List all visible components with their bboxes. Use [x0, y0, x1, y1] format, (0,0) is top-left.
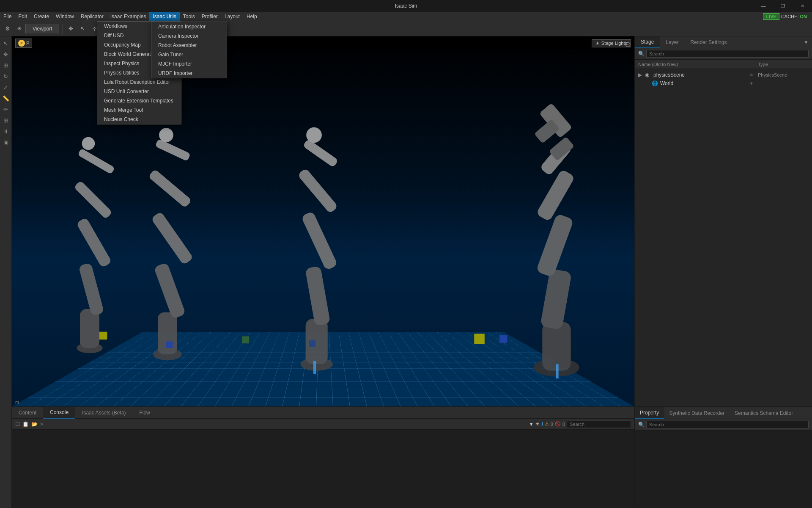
console-filters: ▼ ★ ℹ ⚠ 0 🚫 0: [529, 420, 631, 428]
menu-item-mesh-merge[interactable]: Mesh Merge Tool: [97, 105, 181, 115]
submenu-mjcf-importer[interactable]: MJCF Importer: [151, 59, 227, 69]
close-button[interactable]: ✕: [793, 0, 812, 12]
menu-isaac-examples[interactable]: Isaac Examples: [107, 12, 150, 21]
warn-icon[interactable]: ⚠: [545, 421, 549, 427]
sidebar-snap[interactable]: ⊞: [1, 60, 11, 70]
sidebar-rotate[interactable]: ↻: [1, 71, 11, 81]
menu-layout[interactable]: Layout: [221, 12, 243, 21]
menu-isaac-utils[interactable]: Isaac Utils: [149, 12, 179, 21]
sidebar-measure[interactable]: 📏: [1, 93, 11, 103]
restore-button[interactable]: ❐: [773, 0, 793, 12]
submenu-camera-inspector[interactable]: Camera Inspector: [151, 31, 227, 41]
svg-rect-4: [74, 180, 112, 219]
tab-layer[interactable]: Layer: [660, 36, 684, 48]
svg-rect-24: [540, 268, 572, 330]
console-open-icon[interactable]: 📂: [31, 421, 38, 427]
tab-stage[interactable]: Stage: [635, 36, 660, 48]
menu-profiler[interactable]: Profiler: [198, 12, 221, 21]
prop-search-icon: 🔍: [638, 422, 645, 428]
expand-icon: ▶: [638, 72, 645, 78]
tab-content[interactable]: Content: [12, 407, 43, 419]
menu-item-nucleus-check[interactable]: Nucleus Check: [97, 115, 181, 124]
sidebar-pause[interactable]: ⏸: [1, 126, 11, 136]
tab-flow[interactable]: Flow: [132, 407, 156, 419]
select-icon[interactable]: ↖: [77, 23, 88, 35]
submenu-robot-assembler[interactable]: Robot Assembler: [151, 41, 227, 50]
sidebar-layers[interactable]: ▣: [1, 137, 11, 147]
tab-render-settings[interactable]: Render Settings: [684, 36, 732, 48]
stage-panel: Stage Layer Render Settings ▼ 🔍 Name (Ol…: [635, 36, 812, 406]
menu-item-generate-templates[interactable]: Generate Extension Templates: [97, 96, 181, 105]
stage-tabs: Stage Layer Render Settings ▼: [635, 36, 812, 48]
tab-console[interactable]: Console: [43, 407, 75, 419]
minimize-button[interactable]: —: [754, 0, 773, 12]
tab-isaac-assets[interactable]: Isaac Assets (Beta): [75, 407, 132, 419]
menubar: File Edit Create Window Replicator Isaac…: [0, 12, 812, 21]
visibility-icon-2[interactable]: 👁: [749, 81, 758, 86]
stage-item-world[interactable]: 🌐 World 👁: [635, 79, 812, 88]
svg-rect-8: [158, 312, 177, 355]
toolbar-separator: [63, 24, 63, 34]
submenu-articulation-inspector[interactable]: Articulation Inspector: [151, 22, 227, 31]
stage-filter-icon[interactable]: ▼: [804, 39, 812, 45]
filter-icon[interactable]: ▼: [529, 422, 534, 427]
isaac-utils-dropdown: Workflows ▶ Articulation Inspector Camer…: [97, 21, 181, 124]
property-search-input[interactable]: [646, 421, 809, 428]
info-icon[interactable]: ℹ: [541, 421, 543, 427]
err-icon[interactable]: 🚫: [555, 421, 561, 427]
console-copy-icon[interactable]: 📋: [22, 421, 29, 427]
sidebar-grid[interactable]: ⊞: [1, 115, 11, 125]
svg-rect-21: [313, 361, 316, 374]
property-search-bar: 🔍: [635, 419, 812, 431]
viewport-settings-icon[interactable]: ⊙: [625, 40, 631, 49]
viewport-tab[interactable]: Viewport: [25, 24, 59, 33]
svg-rect-12: [155, 138, 191, 161]
console-toolbar: ☐ 📋 📂 >_ ▼ ★ ℹ ⚠ 0 🚫 0: [12, 419, 634, 430]
svg-rect-32: [99, 332, 107, 340]
menu-item-lula-editor[interactable]: Lula Robot Description Editor: [97, 77, 181, 87]
viewport-camera-btn[interactable]: P P: [15, 39, 32, 48]
search-icon: 🔍: [638, 51, 645, 57]
sidebar-annotate[interactable]: ✏: [1, 104, 11, 114]
svg-point-6: [82, 137, 95, 150]
scene-type: PhysicsScene: [758, 72, 809, 77]
console-clear-icon[interactable]: ☐: [15, 421, 20, 427]
submenu-urdf-importer[interactable]: URDF Importer: [151, 69, 227, 78]
menu-item-workflows[interactable]: Workflows ▶ Articulation Inspector Camer…: [97, 22, 181, 31]
tab-semantics-schema[interactable]: Semantics Schema Editor: [730, 407, 798, 419]
toolbar-btn-1[interactable]: ⚙: [2, 23, 14, 35]
scene-icon: ◉: [645, 72, 652, 78]
sidebar-select[interactable]: ↖: [1, 38, 11, 48]
console-prompt-icon[interactable]: >_: [40, 421, 46, 427]
menu-replicator[interactable]: Replicator: [77, 12, 107, 21]
menu-window[interactable]: Window: [52, 12, 77, 21]
visibility-icon[interactable]: 👁: [749, 73, 758, 77]
sidebar-scale[interactable]: ⤢: [1, 82, 11, 92]
stage-item-physics-scene[interactable]: ▶ ◉ physicsScene 👁 PhysicsScene: [635, 71, 812, 79]
window-title: Isaac Sim: [395, 3, 417, 9]
svg-rect-2: [78, 262, 104, 316]
menu-tools[interactable]: Tools: [180, 12, 198, 21]
transform-icon[interactable]: ✥: [65, 23, 77, 35]
console-search[interactable]: [567, 420, 631, 428]
menu-help[interactable]: Help: [243, 12, 261, 21]
svg-rect-17: [301, 211, 338, 271]
menu-create[interactable]: Create: [30, 12, 52, 21]
star-filter-icon[interactable]: ★: [535, 421, 540, 427]
svg-rect-34: [242, 336, 249, 343]
menu-edit[interactable]: Edit: [15, 12, 30, 21]
menu-file[interactable]: File: [0, 12, 15, 21]
submenu-gain-tuner[interactable]: Gain Tuner: [151, 50, 227, 59]
tab-property[interactable]: Property: [635, 407, 664, 419]
stage-search-input[interactable]: [646, 50, 809, 58]
sidebar-move[interactable]: ✥: [1, 49, 11, 59]
tab-synthetic-data[interactable]: Synthetic Data Recorder: [664, 407, 730, 419]
svg-rect-31: [556, 364, 558, 378]
stage-column-headers: Name (Old to New) Type: [635, 60, 812, 69]
err-count: 0: [562, 422, 565, 427]
live-badge: LIVE: [763, 13, 779, 20]
toolbar-btn-2[interactable]: ☀: [14, 23, 25, 35]
workflows-submenu: Articulation Inspector Camera Inspector …: [151, 22, 227, 78]
status-bar: LIVE CACHE: ON: [763, 12, 812, 21]
menu-item-usd-unit-converter[interactable]: USD Unit Converter: [97, 87, 181, 96]
